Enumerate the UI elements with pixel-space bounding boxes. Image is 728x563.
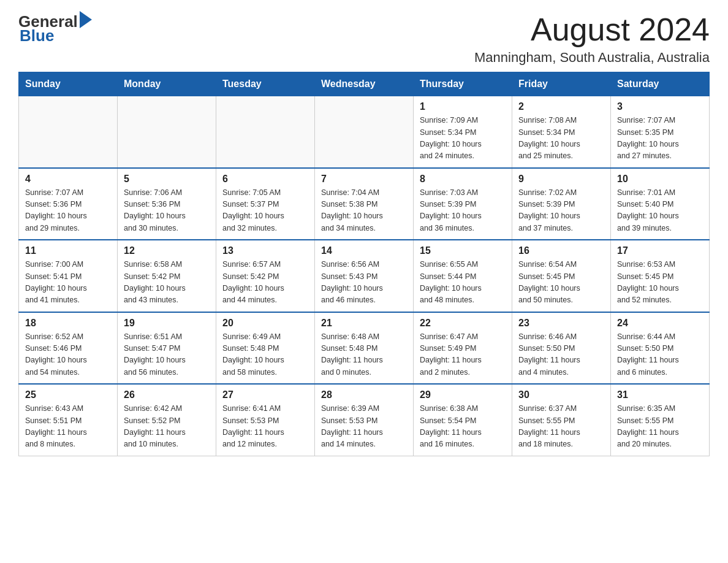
day-number: 14	[321, 245, 407, 256]
day-number: 3	[617, 101, 703, 112]
day-info: Sunrise: 6:47 AMSunset: 5:49 PMDaylight:…	[420, 331, 506, 379]
day-info: Sunrise: 6:38 AMSunset: 5:54 PMDaylight:…	[420, 403, 506, 451]
calendar-cell-14: 14Sunrise: 6:56 AMSunset: 5:43 PMDayligh…	[315, 240, 414, 312]
calendar-cell-29: 29Sunrise: 6:38 AMSunset: 5:54 PMDayligh…	[414, 384, 512, 456]
header-sunday: Sunday	[19, 72, 118, 96]
calendar-cell-3: 3Sunrise: 7:07 AMSunset: 5:35 PMDaylight…	[611, 96, 710, 168]
calendar-cell-23: 23Sunrise: 6:46 AMSunset: 5:50 PMDayligh…	[512, 312, 611, 385]
day-number: 4	[25, 174, 111, 185]
header-saturday: Saturday	[611, 72, 710, 96]
day-number: 10	[617, 174, 703, 185]
calendar-cell-20: 20Sunrise: 6:49 AMSunset: 5:48 PMDayligh…	[216, 312, 315, 385]
calendar-cell-empty	[315, 96, 414, 168]
day-info: Sunrise: 7:05 AMSunset: 5:37 PMDaylight:…	[222, 187, 308, 235]
calendar-cell-28: 28Sunrise: 6:39 AMSunset: 5:53 PMDayligh…	[315, 384, 414, 456]
day-info: Sunrise: 7:04 AMSunset: 5:38 PMDaylight:…	[321, 187, 407, 235]
calendar-cell-6: 6Sunrise: 7:05 AMSunset: 5:37 PMDaylight…	[216, 168, 315, 240]
calendar-week-3: 11Sunrise: 7:00 AMSunset: 5:41 PMDayligh…	[19, 240, 710, 312]
day-info: Sunrise: 6:54 AMSunset: 5:45 PMDaylight:…	[518, 259, 604, 307]
day-number: 17	[617, 245, 703, 256]
day-number: 9	[518, 174, 604, 185]
day-number: 12	[124, 245, 210, 256]
day-number: 24	[617, 318, 703, 329]
calendar-week-2: 4Sunrise: 7:07 AMSunset: 5:36 PMDaylight…	[19, 168, 710, 240]
day-info: Sunrise: 6:42 AMSunset: 5:52 PMDaylight:…	[124, 403, 210, 451]
day-number: 11	[25, 245, 111, 256]
day-number: 16	[518, 245, 604, 256]
day-number: 28	[321, 389, 407, 400]
day-info: Sunrise: 6:58 AMSunset: 5:42 PMDaylight:…	[124, 259, 210, 307]
calendar-header-row: SundayMondayTuesdayWednesdayThursdayFrid…	[19, 72, 710, 96]
day-number: 2	[518, 101, 604, 112]
day-info: Sunrise: 6:39 AMSunset: 5:53 PMDaylight:…	[321, 403, 407, 451]
day-info: Sunrise: 7:00 AMSunset: 5:41 PMDaylight:…	[25, 259, 111, 307]
day-number: 31	[617, 389, 703, 400]
day-info: Sunrise: 6:41 AMSunset: 5:53 PMDaylight:…	[222, 403, 308, 451]
header-tuesday: Tuesday	[216, 72, 315, 96]
day-info: Sunrise: 7:01 AMSunset: 5:40 PMDaylight:…	[617, 187, 703, 235]
calendar-cell-7: 7Sunrise: 7:04 AMSunset: 5:38 PMDaylight…	[315, 168, 414, 240]
day-number: 19	[124, 318, 210, 329]
day-info: Sunrise: 7:06 AMSunset: 5:36 PMDaylight:…	[124, 187, 210, 235]
day-info: Sunrise: 6:48 AMSunset: 5:48 PMDaylight:…	[321, 331, 407, 379]
day-number: 7	[321, 174, 407, 185]
day-info: Sunrise: 6:56 AMSunset: 5:43 PMDaylight:…	[321, 259, 407, 307]
calendar-table: SundayMondayTuesdayWednesdayThursdayFrid…	[18, 72, 710, 456]
day-number: 25	[25, 389, 111, 400]
day-number: 20	[222, 318, 308, 329]
calendar-cell-10: 10Sunrise: 7:01 AMSunset: 5:40 PMDayligh…	[611, 168, 710, 240]
day-number: 6	[222, 174, 308, 185]
calendar-cell-16: 16Sunrise: 6:54 AMSunset: 5:45 PMDayligh…	[512, 240, 611, 312]
day-info: Sunrise: 7:03 AMSunset: 5:39 PMDaylight:…	[420, 187, 506, 235]
calendar-cell-13: 13Sunrise: 6:57 AMSunset: 5:42 PMDayligh…	[216, 240, 315, 312]
calendar-cell-27: 27Sunrise: 6:41 AMSunset: 5:53 PMDayligh…	[216, 384, 315, 456]
day-info: Sunrise: 6:37 AMSunset: 5:55 PMDaylight:…	[518, 403, 604, 451]
header-thursday: Thursday	[414, 72, 512, 96]
day-info: Sunrise: 6:53 AMSunset: 5:45 PMDaylight:…	[617, 259, 703, 307]
calendar-cell-22: 22Sunrise: 6:47 AMSunset: 5:49 PMDayligh…	[414, 312, 512, 385]
day-info: Sunrise: 6:52 AMSunset: 5:46 PMDaylight:…	[25, 331, 111, 379]
day-number: 18	[25, 318, 111, 329]
calendar-cell-empty	[19, 96, 118, 168]
day-number: 1	[420, 101, 506, 112]
logo: General Blue	[18, 12, 92, 45]
day-number: 13	[222, 245, 308, 256]
calendar-cell-24: 24Sunrise: 6:44 AMSunset: 5:50 PMDayligh…	[611, 312, 710, 385]
calendar-cell-empty	[216, 96, 315, 168]
day-number: 15	[420, 245, 506, 256]
day-info: Sunrise: 6:35 AMSunset: 5:55 PMDaylight:…	[617, 403, 703, 451]
day-number: 5	[124, 174, 210, 185]
calendar-cell-25: 25Sunrise: 6:43 AMSunset: 5:51 PMDayligh…	[19, 384, 118, 456]
calendar-cell-empty	[118, 96, 216, 168]
day-info: Sunrise: 6:49 AMSunset: 5:48 PMDaylight:…	[222, 331, 308, 379]
calendar-week-1: 1Sunrise: 7:09 AMSunset: 5:34 PMDaylight…	[19, 96, 710, 168]
day-number: 27	[222, 389, 308, 400]
calendar-cell-1: 1Sunrise: 7:09 AMSunset: 5:34 PMDaylight…	[414, 96, 512, 168]
day-number: 8	[420, 174, 506, 185]
day-info: Sunrise: 7:07 AMSunset: 5:35 PMDaylight:…	[617, 115, 703, 163]
page-header: General Blue August 2024 Manningham, Sou…	[18, 12, 710, 66]
location-subtitle: Manningham, South Australia, Australia	[474, 50, 710, 66]
day-number: 22	[420, 318, 506, 329]
calendar-week-5: 25Sunrise: 6:43 AMSunset: 5:51 PMDayligh…	[19, 384, 710, 456]
calendar-cell-15: 15Sunrise: 6:55 AMSunset: 5:44 PMDayligh…	[414, 240, 512, 312]
calendar-cell-5: 5Sunrise: 7:06 AMSunset: 5:36 PMDaylight…	[118, 168, 216, 240]
calendar-cell-4: 4Sunrise: 7:07 AMSunset: 5:36 PMDaylight…	[19, 168, 118, 240]
calendar-cell-19: 19Sunrise: 6:51 AMSunset: 5:47 PMDayligh…	[118, 312, 216, 385]
day-info: Sunrise: 7:09 AMSunset: 5:34 PMDaylight:…	[420, 115, 506, 163]
day-number: 23	[518, 318, 604, 329]
day-info: Sunrise: 6:43 AMSunset: 5:51 PMDaylight:…	[25, 403, 111, 451]
calendar-cell-18: 18Sunrise: 6:52 AMSunset: 5:46 PMDayligh…	[19, 312, 118, 385]
svg-marker-0	[80, 11, 92, 28]
month-title: August 2024	[474, 12, 710, 47]
calendar-cell-26: 26Sunrise: 6:42 AMSunset: 5:52 PMDayligh…	[118, 384, 216, 456]
calendar-cell-11: 11Sunrise: 7:00 AMSunset: 5:41 PMDayligh…	[19, 240, 118, 312]
calendar-cell-17: 17Sunrise: 6:53 AMSunset: 5:45 PMDayligh…	[611, 240, 710, 312]
logo-blue: Blue	[20, 26, 54, 45]
header-monday: Monday	[118, 72, 216, 96]
day-info: Sunrise: 6:55 AMSunset: 5:44 PMDaylight:…	[420, 259, 506, 307]
calendar-cell-31: 31Sunrise: 6:35 AMSunset: 5:55 PMDayligh…	[611, 384, 710, 456]
title-area: August 2024 Manningham, South Australia,…	[474, 12, 710, 66]
day-info: Sunrise: 7:07 AMSunset: 5:36 PMDaylight:…	[25, 187, 111, 235]
day-number: 29	[420, 389, 506, 400]
